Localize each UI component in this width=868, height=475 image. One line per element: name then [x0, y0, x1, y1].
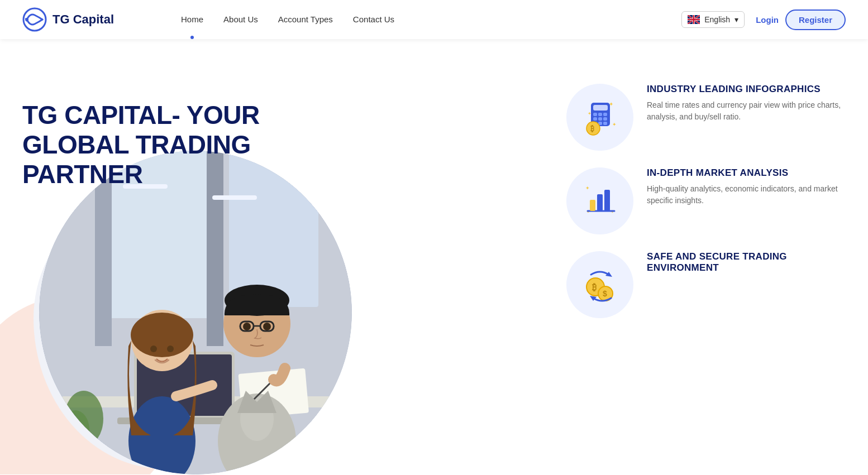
feature-secure-trading-title: SAFE AND SECURE TRADING ENVIRONMENT: [647, 251, 846, 274]
svg-rect-54: [604, 190, 610, 211]
hero-section: TG CAPITAL- YOUR GLOBAL TRADING PARTNER: [0, 39, 868, 474]
nav-item-about[interactable]: About Us: [223, 15, 258, 25]
svg-rect-40: [593, 117, 597, 121]
nav-item-account-types[interactable]: Account Types: [278, 15, 333, 25]
svg-point-25: [263, 323, 271, 330]
svg-point-18: [150, 346, 157, 352]
svg-text:₿: ₿: [592, 282, 597, 292]
svg-rect-37: [593, 113, 597, 116]
logo-icon: [22, 7, 47, 32]
market-analysis-icon-circle: ✦ ✦ ✦: [566, 167, 633, 234]
nav-link-home[interactable]: Home: [181, 15, 203, 24]
coins-icon: ₿ $: [580, 265, 620, 305]
hero-photo: [39, 151, 352, 474]
svg-rect-53: [597, 194, 603, 211]
svg-text:✦: ✦: [612, 122, 617, 127]
svg-rect-36: [593, 105, 608, 111]
svg-text:₿: ₿: [590, 124, 594, 133]
svg-rect-38: [598, 113, 602, 116]
nav-item-contact[interactable]: Contact Us: [353, 15, 394, 25]
language-selector[interactable]: English ▾: [681, 11, 745, 28]
svg-text:✦: ✦: [585, 185, 590, 191]
feature-infographics: ✦ ✦ ✦: [566, 84, 846, 151]
svg-text:$: $: [603, 289, 607, 298]
feature-market-analysis-text: IN-DEPTH MARKET ANALYSIS High-quality an…: [647, 167, 846, 207]
svg-point-19: [167, 346, 174, 352]
feature-secure-trading: ₿ $ SAFE AND SECURE TRADING ENVIRONMENT: [566, 251, 846, 318]
svg-rect-41: [598, 117, 602, 121]
logo-text: TG Capital: [53, 12, 114, 27]
nav-link-about[interactable]: About Us: [223, 15, 258, 24]
feature-market-analysis: ✦ ✦ ✦ IN-DEPTH MARKET ANALYSIS High-qual…: [566, 167, 846, 234]
nav-link-contact[interactable]: Contact Us: [353, 15, 394, 24]
people-illustration: [39, 151, 352, 474]
language-label: English: [704, 15, 730, 24]
features-panel: ✦ ✦ ✦: [566, 84, 846, 318]
feature-market-analysis-desc: High-quality analytics, economic indicat…: [647, 183, 846, 207]
chevron-down-icon: ▾: [735, 15, 738, 24]
register-button[interactable]: Register: [785, 9, 846, 30]
chart-icon: ✦ ✦ ✦: [580, 181, 620, 221]
flag-icon: [688, 15, 700, 24]
feature-infographics-text: INDUSTRY LEADING INFOGRAPHICS Real time …: [647, 84, 846, 123]
logo-link[interactable]: TG Capital: [22, 7, 114, 32]
login-button[interactable]: Login: [756, 15, 779, 25]
hero-text: TG CAPITAL- YOUR GLOBAL TRADING PARTNER: [22, 39, 268, 189]
secure-trading-icon-circle: ₿ $: [566, 251, 633, 318]
feature-infographics-desc: Real time rates and currency pair view w…: [647, 99, 846, 123]
infographics-icon-circle: ✦ ✦ ✦: [566, 84, 633, 151]
svg-rect-39: [603, 113, 607, 116]
svg-rect-45: [603, 122, 607, 125]
svg-point-17: [131, 313, 193, 357]
calculator-icon: ✦ ✦ ✦: [580, 97, 620, 137]
feature-secure-trading-text: SAFE AND SECURE TRADING ENVIRONMENT: [647, 251, 846, 278]
hero-title: TG CAPITAL- YOUR GLOBAL TRADING PARTNER: [22, 100, 268, 189]
feature-market-analysis-title: IN-DEPTH MARKET ANALYSIS: [647, 167, 846, 179]
auth-buttons: Login Register: [756, 9, 846, 30]
svg-rect-9: [212, 195, 257, 200]
svg-text:✦: ✦: [588, 111, 592, 116]
hero-photo-placeholder: [39, 151, 352, 474]
feature-infographics-title: INDUSTRY LEADING INFOGRAPHICS: [647, 84, 846, 95]
nav-links: Home About Us Account Types Contact Us: [181, 15, 394, 25]
navbar: TG Capital Home About Us Account Types C…: [0, 0, 868, 39]
nav-item-home[interactable]: Home: [181, 15, 203, 25]
svg-rect-42: [603, 117, 607, 121]
nav-link-account-types[interactable]: Account Types: [278, 15, 333, 24]
svg-point-24: [243, 323, 251, 330]
svg-rect-52: [590, 200, 595, 211]
